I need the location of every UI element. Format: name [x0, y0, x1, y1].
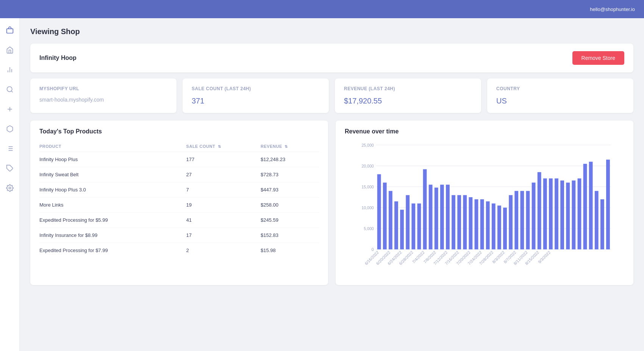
chart-bar — [583, 164, 587, 249]
myshopify-label: MyShopify URL — [39, 86, 167, 91]
chart-card: Revenue over time 05,00010,00015,00020,0… — [336, 121, 633, 285]
chart-bar — [429, 185, 433, 249]
product-name: Infinity Insurance for $8.99 — [39, 228, 186, 243]
table-row: Infinity Insurance for $8.99 17 $152.83 — [39, 228, 319, 243]
product-name: More Links — [39, 197, 186, 213]
chart-bar — [423, 169, 427, 249]
svg-text:20,000: 20,000 — [361, 164, 374, 168]
myshopify-value: smart-hoola.myshopify.com — [39, 97, 167, 103]
chart-bar — [572, 180, 575, 249]
product-name: Infinity Sweat Belt — [39, 167, 186, 182]
product-sale-count: 177 — [186, 152, 261, 167]
chart-bar — [417, 204, 421, 249]
chart-bar — [520, 191, 524, 249]
stats-row: MyShopify URL smart-hoola.myshopify.com … — [30, 78, 633, 113]
table-row: Expedited Processing for $7.99 2 $15.98 — [39, 243, 319, 258]
chart-bar — [595, 191, 599, 249]
sidebar-icon-tag[interactable] — [4, 162, 16, 174]
stat-card-sale-count: Sale Count (Last 24h) 371 — [183, 78, 329, 113]
products-table: PRODUCT SALE COUNT ⇅ REVENUE ⇅ Infinity … — [39, 141, 319, 258]
sale-count-label: Sale Count (Last 24h) — [192, 86, 320, 91]
svg-text:0: 0 — [372, 247, 374, 252]
chart-bar — [543, 179, 547, 249]
sidebar-icon-plus[interactable] — [4, 103, 16, 115]
content-area: Viewing Shop Infinity Hoop Remove Store … — [20, 18, 644, 351]
sidebar-icon-chart[interactable] — [4, 64, 16, 76]
stat-card-myshopify: MyShopify URL smart-hoola.myshopify.com — [30, 78, 177, 113]
product-sale-count: 41 — [186, 213, 261, 228]
chart-bar — [457, 195, 461, 249]
table-row: Infinity Hoop Plus 177 $12,248.23 — [39, 152, 319, 167]
svg-text:10,000: 10,000 — [361, 205, 374, 210]
chart-bar — [446, 185, 450, 249]
table-row: Infinity Hoop Plus 3.0 7 $447.93 — [39, 182, 319, 197]
chart-bar — [394, 201, 398, 249]
chart-bar — [549, 179, 553, 249]
sidebar-icon-list[interactable] — [4, 143, 16, 155]
chart-bar — [411, 204, 415, 249]
revenue-chart: 05,00010,00015,00020,00025,0006/16/20226… — [345, 141, 624, 277]
product-name: Expedited Processing for $7.99 — [39, 243, 186, 258]
svg-point-4 — [7, 87, 12, 92]
sidebar-icon-store[interactable] — [4, 44, 16, 56]
chart-bar — [475, 199, 478, 249]
chart-container: 05,00010,00015,00020,00025,0006/16/20226… — [345, 141, 624, 277]
sidebar-icon-settings[interactable] — [4, 182, 16, 194]
product-name: Expedited Processing for $5.99 — [39, 213, 186, 228]
chart-bar — [538, 172, 541, 249]
product-name: Infinity Hoop Plus — [39, 152, 186, 167]
svg-text:9/3/2022: 9/3/2022 — [537, 250, 552, 264]
chart-bar — [480, 199, 484, 249]
col-product: PRODUCT — [39, 141, 186, 152]
country-value: US — [496, 97, 624, 105]
chart-bar — [589, 162, 593, 249]
product-revenue: $12,248.23 — [261, 152, 319, 167]
chart-bar — [406, 195, 410, 249]
chart-bar — [469, 197, 472, 249]
sidebar — [0, 18, 20, 351]
col-revenue[interactable]: REVENUE ⇅ — [261, 141, 319, 152]
chart-bar — [503, 208, 507, 249]
col-sale-count[interactable]: SALE COUNT ⇅ — [186, 141, 261, 152]
main-layout: Viewing Shop Infinity Hoop Remove Store … — [0, 18, 644, 351]
remove-store-button[interactable]: Remove Store — [572, 51, 624, 65]
product-sale-count: 19 — [186, 197, 261, 213]
page-title: Viewing Shop — [30, 27, 633, 36]
product-revenue: $152.83 — [261, 228, 319, 243]
product-revenue: $258.00 — [261, 197, 319, 213]
sidebar-icon-search[interactable] — [4, 83, 16, 96]
chart-bar — [555, 179, 558, 249]
chart-title: Revenue over time — [345, 128, 624, 135]
product-sale-count: 7 — [186, 182, 261, 197]
chart-bar — [497, 205, 501, 249]
shop-name: Infinity Hoop — [39, 55, 77, 61]
chart-bar — [377, 174, 381, 249]
sort-icon-revenue: ⇅ — [284, 144, 288, 149]
chart-bar — [509, 195, 513, 249]
product-revenue: $447.93 — [261, 182, 319, 197]
products-card: Today's Top Products PRODUCT SALE COUNT … — [30, 121, 328, 285]
bottom-section: Today's Top Products PRODUCT SALE COUNT … — [30, 121, 633, 285]
chart-bar — [435, 188, 438, 249]
product-sale-count: 2 — [186, 243, 261, 258]
sidebar-icon-product[interactable] — [4, 123, 16, 135]
chart-bar — [526, 191, 530, 249]
revenue-value: $17,920.55 — [344, 97, 472, 105]
chart-bar — [389, 191, 392, 249]
stat-card-country: Country US — [487, 78, 633, 113]
revenue-label: Revenue (Last 24h) — [344, 86, 472, 91]
stat-card-revenue: Revenue (Last 24h) $17,920.55 — [335, 78, 481, 113]
chart-bar — [452, 195, 455, 249]
svg-line-5 — [11, 91, 13, 92]
product-revenue: $245.59 — [261, 213, 319, 228]
svg-text:25,000: 25,000 — [361, 143, 374, 147]
chart-bar — [578, 179, 581, 249]
products-card-title: Today's Top Products — [39, 128, 319, 135]
sidebar-icon-bag[interactable] — [4, 24, 16, 36]
product-sale-count: 27 — [186, 167, 261, 182]
chart-bar — [463, 195, 467, 249]
sort-icon-sale-count: ⇅ — [218, 144, 221, 149]
product-revenue: $728.73 — [261, 167, 319, 182]
svg-rect-0 — [6, 29, 13, 33]
chart-bar — [440, 185, 444, 249]
